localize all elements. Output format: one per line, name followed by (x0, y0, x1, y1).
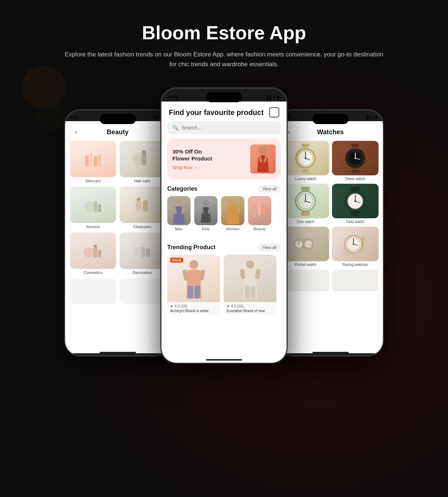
svg-rect-16 (98, 250, 101, 257)
home-header-row: Find your favourite product 🛍 (161, 102, 287, 121)
bottom-bar-center (206, 359, 242, 361)
watch-item-luxury[interactable]: Luxury watch (282, 141, 329, 181)
luxury-watch-img (282, 141, 329, 175)
svg-rect-8 (94, 201, 97, 212)
categories-view-all[interactable]: View all (258, 185, 281, 192)
svg-point-41 (246, 261, 254, 269)
watch-item-dive[interactable]: Dive watch (282, 184, 329, 224)
svg-rect-67 (351, 187, 360, 191)
pocket-watch-label: Pocket watch (295, 263, 316, 267)
luxury-watch-label: Luxury watch (295, 177, 316, 181)
watch-item-pocket[interactable]: Pocket watch (282, 227, 329, 267)
svg-rect-42 (240, 269, 245, 279)
watch-placeholder-row (278, 267, 383, 291)
trending-title: Trending Product (167, 244, 215, 251)
svg-point-73 (354, 200, 356, 202)
bg-decoration-1 (22, 65, 65, 109)
svg-rect-68 (351, 211, 360, 216)
search-input[interactable] (181, 125, 276, 131)
svg-rect-10 (136, 201, 141, 211)
watch-ph-1 (282, 270, 329, 291)
trending-section-header: Trending Product View all (161, 244, 287, 255)
svg-point-26 (203, 200, 209, 207)
signal-icon-left: ▌▌ (154, 115, 159, 119)
watches-nav-header: ‹ Watches (278, 121, 383, 141)
cosmetics-label: Cosmetics (84, 270, 102, 275)
dynamic-island-left (100, 114, 136, 124)
banner-offer-text: 30% Off OnFlower Product (172, 148, 212, 162)
skincare-label: Skincare (85, 179, 101, 183)
svg-point-17 (133, 247, 142, 256)
beauty-nav-header: ‹ Beauty (65, 121, 170, 141)
trending-view-all[interactable]: View all (258, 244, 281, 251)
category-women[interactable]: Women (221, 196, 244, 231)
product-img-2 (224, 255, 276, 302)
category-beauty-label: Beauty (253, 227, 266, 231)
svg-rect-9 (98, 204, 101, 212)
home-screen-title: Find your favourite product (169, 108, 264, 117)
phone-home: 4:20 ▌▌ ⌾ ▮ Find your favourite product … (160, 87, 288, 364)
cart-icon-btn[interactable]: 🛍 (269, 107, 279, 118)
svg-rect-3 (98, 155, 101, 166)
svg-rect-34 (262, 204, 265, 215)
header-section: Bloom Estore App Explore the latest fash… (60, 0, 388, 80)
svg-rect-43 (255, 269, 261, 279)
category-man-label: Man (175, 227, 183, 231)
bottom-bar-left (100, 352, 136, 353)
beauty-placeholder-row (65, 275, 170, 304)
product-card-1[interactable]: SALE (167, 255, 220, 315)
wifi-icon-center: ⌾ (273, 95, 276, 99)
field-watch-img (332, 184, 379, 218)
svg-rect-61 (301, 211, 310, 216)
svg-rect-18 (141, 247, 145, 257)
svg-point-7 (85, 201, 94, 212)
beauty-item-skincare[interactable]: Skincare (70, 141, 116, 183)
svg-point-29 (229, 199, 236, 205)
haircare-label: Hair care (134, 179, 151, 183)
beauty-item-decorative[interactable]: Decorative (120, 232, 165, 275)
search-bar[interactable]: 🔍 (167, 121, 281, 134)
star-icon-2: ★ (227, 304, 230, 308)
watches-grid: Luxury watch Dress (278, 141, 383, 267)
banner-cta[interactable]: Shop Now → (172, 165, 212, 170)
promo-banner[interactable]: 30% Off OnFlower Product Shop Now → (167, 139, 281, 179)
category-kids[interactable]: Kids (194, 196, 217, 231)
category-beauty-img (248, 196, 271, 225)
watch-item-field[interactable]: Field watch (332, 184, 379, 224)
svg-rect-2 (94, 156, 97, 166)
product-card-2[interactable]: ★ 4.3 (10) Evocative Brand of new (224, 255, 276, 315)
dynamic-island-right (312, 114, 349, 124)
placeholder-1 (70, 278, 116, 304)
skincare-image (70, 141, 116, 177)
svg-point-52 (305, 157, 307, 159)
svg-point-66 (305, 200, 307, 202)
battery-icon-right: ▮ (375, 115, 377, 119)
decorative-label: Decorative (133, 270, 152, 275)
signal-icon-center: ▌▌ (267, 95, 272, 99)
divider-1 (167, 240, 281, 240)
svg-point-15 (93, 244, 97, 248)
category-women-img (221, 196, 244, 225)
category-man[interactable]: Man (167, 196, 191, 231)
beauty-item-cosmetics[interactable]: Cosmetics (70, 232, 116, 275)
beauty-item-haircare[interactable]: Hair care (120, 141, 165, 183)
beauty-item-serums[interactable]: Serums (70, 187, 116, 229)
svg-rect-40 (195, 286, 200, 298)
svg-rect-33 (258, 203, 261, 215)
watches-screen-title: Watches (297, 128, 363, 136)
svg-point-85 (352, 243, 354, 245)
svg-rect-14 (93, 248, 97, 257)
svg-rect-5 (141, 154, 147, 165)
star-icon-1: ★ (170, 304, 173, 308)
sale-badge-1: SALE (170, 258, 183, 263)
beauty-item-cleansers[interactable]: Cleansers (120, 187, 165, 229)
watch-item-dress[interactable]: Dress watch (332, 141, 379, 181)
categories-row: Man Kids (161, 196, 287, 236)
product-name-1: Acronym Brand in white (170, 309, 217, 313)
beauty-screen-title: Beauty (85, 128, 151, 136)
product-img-1: SALE (167, 255, 220, 302)
svg-point-23 (175, 199, 183, 206)
watch-item-racing[interactable]: Racing watches (332, 227, 379, 267)
back-button-beauty[interactable]: ‹ (71, 127, 81, 137)
category-beauty[interactable]: Beauty (248, 196, 271, 231)
